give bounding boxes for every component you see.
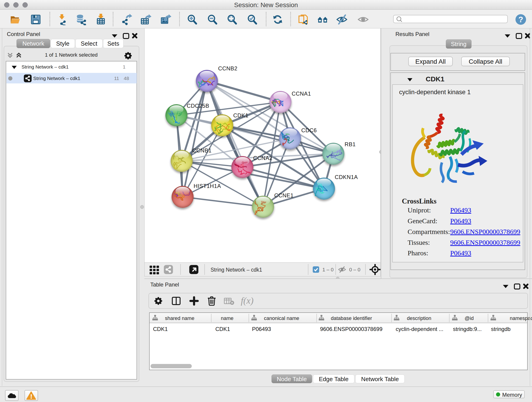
svg-text:?: ? <box>518 15 523 24</box>
